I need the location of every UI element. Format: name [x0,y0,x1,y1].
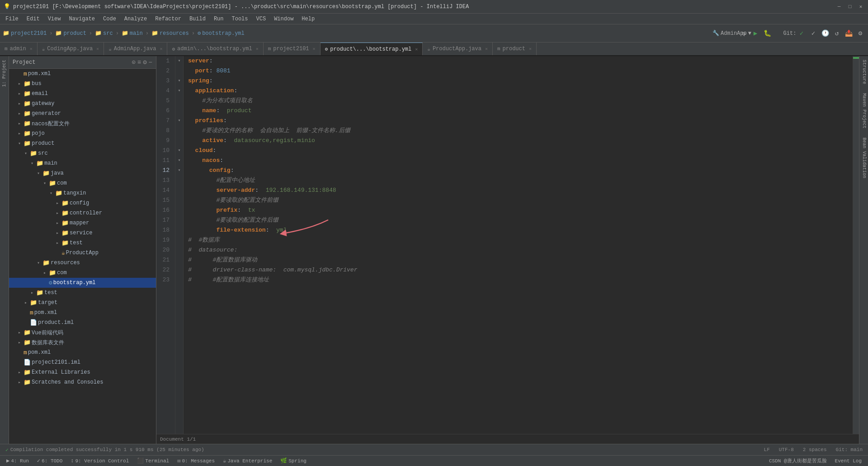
run-button[interactable]: ▶ [750,29,760,38]
bottom-tab-4[interactable]: ✉0: Messages [174,456,218,465]
tree-item-bootstrap_yml[interactable]: ⚙bootstrap.yml [9,278,156,288]
tree-item-main[interactable]: ▾📁main [9,158,156,168]
tab-close-2[interactable]: ✕ [160,46,162,52]
tree-item-gateway[interactable]: ▸📁gateway [9,99,156,109]
bean-side-label[interactable]: Bean Validation [859,134,868,182]
fold-4[interactable]: ▾ [175,86,183,96]
tree-item-com[interactable]: ▾📁com [9,178,156,188]
maven-side-label[interactable]: Maven Project [859,90,868,132]
update-button[interactable]: ↻ [739,29,749,38]
bottom-tab-5[interactable]: ☕Java Enterprise [219,456,276,465]
git-check[interactable]: ✓ [797,29,807,38]
tree-item-Vue____[interactable]: ▸📁Vue前端代码 [9,328,156,338]
tree-item-tangxin[interactable]: ▾📁tangxin [9,188,156,198]
debug-button[interactable]: 🐛 [762,29,772,38]
project-side-label[interactable]: 1: Project [1,56,8,90]
tree-item-test[interactable]: ▸📁test [9,238,156,248]
tree-item-pojo[interactable]: ▸📁pojo [9,128,156,138]
git-push[interactable]: 📤 [844,29,854,38]
tree-item-generator[interactable]: ▸📁generator [9,109,156,119]
breadcrumb-resources[interactable]: 📁 resources [151,30,189,37]
tab-4[interactable]: mproject2101✕ [264,43,321,55]
minimize-button[interactable]: ─ [835,3,843,10]
menu-item-view[interactable]: View [44,15,65,23]
tree-item-config[interactable]: ▸📁config [9,198,156,208]
tree-item-service[interactable]: ▸📁service [9,228,156,238]
tree-item-product[interactable]: ▾📁product [9,138,156,148]
fold-12[interactable]: ▾ [175,166,183,176]
tree-item-Scratches_and_Consoles[interactable]: ▸📁Scratches and Consoles [9,377,156,387]
tab-close-1[interactable]: ✕ [96,46,99,52]
fold-10[interactable]: ▾ [175,146,183,156]
breadcrumb-product[interactable]: 📁 product [55,30,86,37]
breadcrumb-file[interactable]: ⚙ bootstrap.yml [198,30,245,37]
menu-item-tools[interactable]: Tools [228,15,252,23]
tree-item-test[interactable]: ▸📁test [9,288,156,298]
tree-item-target[interactable]: ▸📁target [9,298,156,308]
settings-button[interactable]: ⚙ [855,29,865,38]
tab-close-7[interactable]: ✕ [529,46,532,52]
fold-1[interactable]: ▾ [175,56,183,66]
fold-11[interactable]: ▾ [175,156,183,166]
tab-close-4[interactable]: ✕ [313,46,316,52]
menu-item-analyze[interactable]: Analyze [121,15,151,23]
breadcrumb-src[interactable]: 📁 src [95,30,113,37]
bottom-tab-0[interactable]: ▶4: Run [3,456,33,465]
git-branch[interactable]: ✓ [808,29,818,38]
tab-close-6[interactable]: ✕ [485,46,488,52]
menu-item-navigate[interactable]: Navigate [65,15,99,23]
tree-item-product_iml[interactable]: 📄product.iml [9,318,156,328]
maximize-button[interactable]: □ [846,3,854,10]
tree-item-bus[interactable]: ▸📁bus [9,79,156,89]
fold-7[interactable]: ▾ [175,116,183,126]
tab-6[interactable]: ☕ProductApp.java✕ [423,43,493,55]
tab-2[interactable]: ☕AdminApp.java✕ [104,43,167,55]
breadcrumb-main[interactable]: 📁 main [122,30,143,37]
status-git[interactable]: Git: main [834,447,864,452]
tree-item-email[interactable]: ▸📁email [9,89,156,99]
tree-item-resources[interactable]: ▾📁resources [9,258,156,268]
menu-item-edit[interactable]: Edit [23,15,43,23]
bottom-tab-2[interactable]: ↕9: Version Control [67,457,132,465]
tree-item-src[interactable]: ▾📁src [9,148,156,158]
event-log-button[interactable]: Event Log [831,457,865,465]
fold-3[interactable]: ▾ [175,76,183,86]
tree-item-pom_xml[interactable]: mpom.xml [9,69,156,79]
menu-item-file[interactable]: File [2,15,22,23]
tab-7[interactable]: mproduct✕ [493,43,537,55]
panel-collapse-btn[interactable]: ≡ [137,59,141,66]
editor-scrollbar[interactable] [853,56,859,434]
menu-item-refactor[interactable]: Refactor [151,15,185,23]
tab-close-5[interactable]: ✕ [415,47,418,52]
tab-0[interactable]: madmin✕ [0,43,38,55]
panel-close-btn[interactable]: − [149,59,152,66]
tree-item-pom_xml[interactable]: mpom.xml [9,308,156,318]
menu-item-vcs[interactable]: VCS [253,15,270,23]
tab-1[interactable]: ☕CodingApp.java✕ [38,43,104,55]
structure-side-label[interactable]: Structure [859,56,868,88]
tree-item-nacos____[interactable]: ▸📁nacos配置文件 [9,119,156,128]
menu-item-window[interactable]: Window [270,15,297,23]
code-content[interactable]: server: port: 8081spring: application: #… [184,56,853,434]
menu-item-run[interactable]: Run [210,15,227,23]
panel-sync-btn[interactable]: ⊙ [132,58,135,66]
window-controls[interactable]: ─ □ ✕ [835,3,864,10]
tree-item-project2101_iml[interactable]: 📄project2101.iml [9,357,156,367]
menu-item-build[interactable]: Build [186,15,209,23]
tree-item-External_Libraries[interactable]: ▸📁External Libraries [9,367,156,377]
git-undo[interactable]: ↺ [832,29,842,38]
tree-item-______[interactable]: ▸📁数据库表文件 [9,338,156,347]
tab-close-0[interactable]: ✕ [30,46,33,52]
status-utf8[interactable]: UTF-8 [777,447,796,452]
tree-item-com[interactable]: ▸📁com [9,268,156,278]
tree-item-mapper[interactable]: ▸📁mapper [9,218,156,228]
status-indent[interactable]: 2 spaces [801,447,829,452]
tree-item-ProductApp[interactable]: ☕ProductApp [9,248,156,258]
bottom-tab-1[interactable]: ✓6: TODO [33,456,66,465]
panel-settings-btn[interactable]: ⚙ [143,58,146,66]
tab-5[interactable]: ⚙product\...\bootstrap.yml✕ [321,43,423,55]
git-clock[interactable]: 🕐 [820,29,830,38]
bottom-tab-6[interactable]: 🌿Spring [277,456,310,465]
tab-3[interactable]: ⚙admin\...\bootstrap.yml✕ [167,43,263,55]
run-config-dropdown[interactable]: 🔧 AdminApp ▼ [727,29,737,38]
